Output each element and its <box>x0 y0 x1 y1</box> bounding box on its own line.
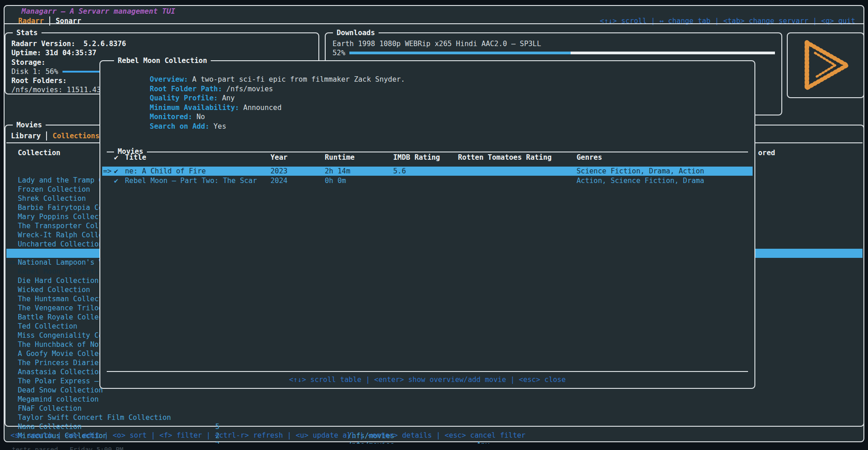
modal-field: Quality Profile:Any <box>107 84 235 94</box>
col-header-title: Title <box>125 153 146 162</box>
terminal-screen: Managarr – A Servarr management TUI Rada… <box>0 0 868 450</box>
movies-panel-title: Movies <box>13 120 46 130</box>
disk-usage-label: Disk 1: 56% <box>11 67 58 76</box>
root-folder-value: /nfs/movies: 11511.43 GB <box>11 85 114 94</box>
tab-collections[interactable]: Collections <box>52 132 99 140</box>
tab-library[interactable]: Library <box>11 132 41 140</box>
app-title: Managarr – A Servarr management TUI <box>18 7 178 16</box>
modal-field: Minimum Availability:Announced <box>107 94 281 103</box>
movie-genres: Action, Science Fiction, Drama <box>577 176 704 185</box>
modal-field-label: Search on Add: <box>150 122 209 131</box>
movies-tabs: Library Collections <box>11 131 106 141</box>
tab-divider <box>49 16 50 26</box>
version-value: 5.2.6.8376 <box>83 40 126 48</box>
collection-details-modal: Rebel Moon Collection Overview:A two-par… <box>99 60 755 389</box>
download-progress-bar <box>349 52 775 54</box>
collection-row[interactable]: Nana Collection 2 /nfs/movies Any Yes <box>6 404 863 413</box>
col-header-rotten-tomatoes: Rotten Tomatoes Rating <box>458 153 551 162</box>
modal-title: Rebel Moon Collection <box>114 56 211 65</box>
check-icon: ✔ <box>114 176 118 185</box>
movie-title: ne: A Child of Fire <box>125 167 206 176</box>
col-header-check-icon: ✔ <box>114 153 118 162</box>
root-folders-label: Root Folders: <box>11 76 67 85</box>
terminal-status-bar: tests passed Friday 5:00 PM <box>0 444 868 450</box>
radarr-logo-icon <box>797 39 854 91</box>
movies-table-top-border <box>107 152 748 152</box>
terminal-status-text: tests passed Friday 5:00 PM <box>12 446 123 450</box>
stats-panel-title: Stats <box>13 28 42 37</box>
stats-uptime-line: Uptime:31d 04:35:37 <box>11 48 96 58</box>
selected-row-marker: => <box>103 167 112 176</box>
movie-row[interactable]: ✔ Rebel Moon – Part Two: The Scar 2024 0… <box>102 176 753 185</box>
download-item-title: Earth 1998 1080p WEBRip x265 Hindi AAC2.… <box>333 39 541 48</box>
col-header-year: Year <box>270 153 287 162</box>
movie-year: 2024 <box>270 176 287 185</box>
collection-row[interactable]: Taylor Swift Concert Film Collection 5 /… <box>6 395 863 404</box>
monitored-header-fragment: ored <box>758 148 775 157</box>
keybinding-hints-top: <↑↓> scroll | ↔ change tab | <tab> chang… <box>600 16 855 26</box>
modal-field-value: Announced <box>243 104 281 112</box>
servarr-tabs: Radarr Sonarr <box>18 16 81 26</box>
collection-column-header: Collection <box>18 148 60 157</box>
modal-field-value: Yes <box>213 122 226 131</box>
col-header-genres: Genres <box>577 153 602 162</box>
col-header-imdb: IMDB Rating <box>393 153 440 162</box>
modal-field: Root Folder Path:/nfs/movies <box>107 75 273 84</box>
uptime-value: 31d 04:35:37 <box>45 49 96 57</box>
header-separator <box>5 23 863 24</box>
modal-field: Overview:A two-part sci-fi epic from fil… <box>107 66 405 75</box>
tab-divider <box>46 131 47 141</box>
movie-row[interactable]: => ✔ ne: A Child of Fire 2023 2h 14m 5.6… <box>102 167 753 176</box>
movie-genres: Science Fiction, Drama, Action <box>577 167 704 176</box>
modal-keybinding-hints: <↑↓> scroll table | <enter> show overvie… <box>100 376 754 384</box>
version-label: Radarr Version: <box>11 40 75 48</box>
modal-field: Monitored:No <box>107 103 205 112</box>
download-progress-line: 52% <box>333 48 778 58</box>
modal-field: Search on Add:Yes <box>107 113 226 122</box>
check-icon: ✔ <box>114 167 118 176</box>
col-header-runtime: Runtime <box>325 153 354 162</box>
movie-imdb-rating: 5.6 <box>393 167 406 176</box>
logo-panel <box>787 32 864 98</box>
stats-version-line: Radarr Version:5.2.6.8376 <box>11 39 126 48</box>
movies-table-bottom-border <box>107 371 748 372</box>
movie-runtime: 0h 0m <box>325 176 346 185</box>
storage-label: Storage: <box>11 58 46 67</box>
movie-runtime: 2h 14m <box>325 167 350 176</box>
movie-title: Rebel Moon – Part Two: The Scar <box>125 176 257 185</box>
uptime-label: Uptime: <box>11 49 41 57</box>
movie-year: 2023 <box>270 167 287 176</box>
keybinding-hints-bottom: <s> search | <e> edit | <o> sort | <f> f… <box>10 431 525 440</box>
download-percent: 52% <box>333 48 345 58</box>
downloads-panel-title: Downloads <box>333 28 379 37</box>
collection-movie-count: 5 <box>215 422 219 431</box>
collection-row[interactable]: Miraculous Collection 2 /nfs/movies Any … <box>6 413 863 422</box>
